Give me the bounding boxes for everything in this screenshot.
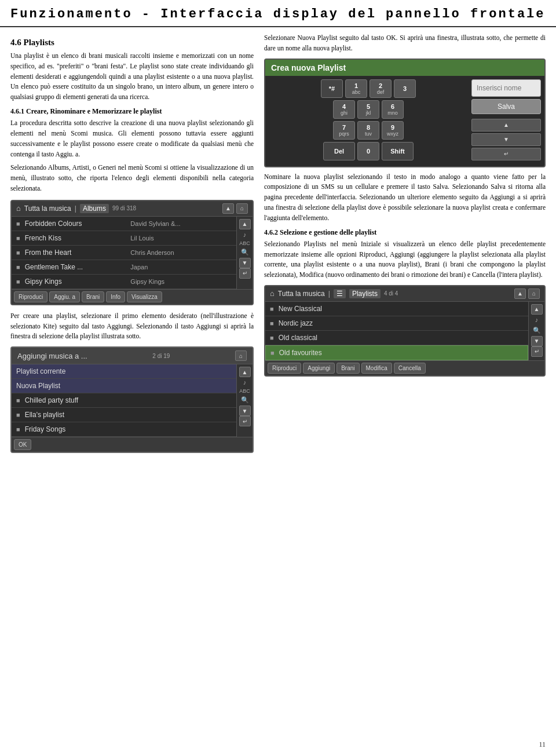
sidebar-up[interactable]: ▲ xyxy=(239,219,251,229)
item-title: Gipsy Kings xyxy=(25,277,126,286)
music-note-icon: ♪ xyxy=(243,229,247,240)
aggiungi-list: Playlist corrente Nuova Playlist ■ Chill… xyxy=(12,364,236,437)
subsection-462-title: 4.6.2 Selezione e gestione delle playlis… xyxy=(264,228,546,237)
keyboard-panel: Crea nuova Playlist *# 1 abc 2 xyxy=(264,59,546,167)
key-0[interactable]: 0 xyxy=(357,142,379,160)
albums-panel-header: ⌂ Tutta la musica | Albums 99 di 318 ▲ ⌂ xyxy=(12,201,253,217)
table-row[interactable]: ■ Old classical xyxy=(265,331,528,345)
playlists-header-title: ⌂ Tutta la musica | ☰ Playlists 4 di 4 xyxy=(270,289,398,298)
right-top-para: Selezionare Nuova Playlist seguito dal t… xyxy=(264,33,546,54)
sidebar-enter[interactable]: ↵ xyxy=(239,416,251,426)
sidebar-enter[interactable]: ↵ xyxy=(531,346,543,357)
key-hash[interactable]: *# xyxy=(321,79,343,98)
table-row[interactable]: ■ Nordic jazz xyxy=(265,316,528,331)
table-row[interactable]: ■ From the Heart Chris Anderson xyxy=(12,246,236,260)
sidebar-down[interactable]: ▼ xyxy=(239,406,251,416)
aggiungi-btn[interactable]: Aggiu. a xyxy=(49,291,80,302)
nav-up-btn[interactable]: ▲ xyxy=(222,203,234,214)
item-title: Ella's playlist xyxy=(25,411,232,419)
item-icon: ■ xyxy=(16,264,20,271)
section-462-para: Selezionando Playlists nel menù Iniziale… xyxy=(264,239,546,280)
table-row[interactable]: ■ Old favourites xyxy=(265,345,528,360)
list-item[interactable]: ■ Chilled party stuff xyxy=(12,393,236,408)
ok-btn[interactable]: OK xyxy=(14,439,31,450)
music-icon: ♪ xyxy=(243,377,247,388)
key-1[interactable]: 1 abc xyxy=(345,79,367,98)
table-row[interactable]: ■ French Kiss Lil Louis xyxy=(12,231,236,246)
list-item[interactable]: Nuova Playlist xyxy=(12,379,236,393)
key-7[interactable]: 7 pqrs xyxy=(333,121,355,140)
playlists-sidebar: ▲ ♪ 🔍 ▼ ↵ xyxy=(528,302,544,360)
aggiungi-count: 2 di 19 xyxy=(152,353,170,359)
search-icon[interactable]: 🔍 xyxy=(533,325,541,336)
home-icon[interactable]: ⌂ xyxy=(270,289,275,298)
item-icon: ■ xyxy=(16,397,20,404)
key-5[interactable]: 5 jkl xyxy=(357,100,379,119)
riproduci-btn[interactable]: Riproduci xyxy=(14,291,47,302)
visualizza-btn[interactable]: Visualizza xyxy=(127,291,162,302)
key-6[interactable]: 6 mno xyxy=(382,100,404,119)
keyboard-right-panel: Salva ▲ ▼ ↵ xyxy=(471,79,541,163)
key-9[interactable]: 9 wxyz xyxy=(382,121,404,140)
table-row[interactable]: ■ New Classical xyxy=(265,302,528,316)
list-item[interactable]: ■ Ella's playlist xyxy=(12,408,236,422)
table-row[interactable]: ■ Gentlemen Take ... Japan xyxy=(12,260,236,275)
item-title: Friday Songs xyxy=(25,425,232,433)
search-icon[interactable]: 🔍 xyxy=(241,395,249,406)
key-4[interactable]: 4 ghi xyxy=(333,100,355,119)
key-row-1: *# 1 abc 2 def 3 xyxy=(269,79,468,98)
playlists-header-left: Tutta la musica xyxy=(278,290,325,298)
section-46-title: 4.6 Playlists xyxy=(10,38,254,48)
nav-up-btn[interactable]: ▲ xyxy=(514,288,526,299)
page-title: Funzionamento - Interfaccia display del … xyxy=(10,7,546,21)
cancella-pl-btn[interactable]: Cancella xyxy=(394,363,426,374)
playlists-section-label: Playlists xyxy=(349,289,381,298)
home-btn[interactable]: ⌂ xyxy=(236,203,248,214)
save-button[interactable]: Salva xyxy=(471,99,541,114)
key-row-3: 7 pqrs 8 tuv 9 wxyz xyxy=(269,121,468,140)
list-item[interactable]: ■ Friday Songs xyxy=(12,422,236,437)
albums-content: ■ Forbidden Colours David Sylvian &... ■… xyxy=(12,217,253,289)
modifica-pl-btn[interactable]: Modifica xyxy=(361,363,392,374)
item-icon: ■ xyxy=(270,320,274,327)
key-3[interactable]: 3 xyxy=(394,79,416,98)
info-btn[interactable]: Info xyxy=(106,291,125,302)
key-del[interactable]: Del xyxy=(323,142,355,160)
albums-list: ■ Forbidden Colours David Sylvian &... ■… xyxy=(12,217,236,289)
sidebar-enter[interactable]: ↵ xyxy=(239,268,251,279)
aggiungi-pl-btn[interactable]: Aggiungi xyxy=(303,363,335,374)
home-btn[interactable]: ⌂ xyxy=(528,288,540,299)
nav-enter[interactable]: ↵ xyxy=(471,148,541,160)
table-row[interactable]: ■ Forbidden Colours David Sylvian &... xyxy=(12,217,236,231)
key-2[interactable]: 2 def xyxy=(370,79,392,98)
sidebar-down[interactable]: ▼ xyxy=(239,258,251,268)
section-46-para1: Una playlist è un elenco di brani musica… xyxy=(10,51,254,103)
key-8[interactable]: 8 tuv xyxy=(357,121,379,140)
item-icon: ■ xyxy=(270,305,274,312)
key-shift[interactable]: Shift xyxy=(382,142,414,160)
sidebar-down[interactable]: ▼ xyxy=(531,336,543,346)
playlists-content: ■ New Classical ■ Nordic jazz ■ Old clas… xyxy=(265,302,544,360)
aggiungi-home-icon[interactable]: ⌂ xyxy=(235,350,247,361)
riproduci-pl-btn[interactable]: Riproduci xyxy=(268,363,301,374)
brani-pl-btn[interactable]: Brani xyxy=(336,363,359,374)
search-icon[interactable]: 🔍 xyxy=(241,247,249,258)
item-icon: ■ xyxy=(16,278,20,285)
item-title: Chilled party stuff xyxy=(25,396,232,404)
subsection-461-title: 4.6.1 Creare, Rinominare e Memorizzare l… xyxy=(10,107,254,116)
item-title: From the Heart xyxy=(25,249,126,257)
item-subtitle: Lil Louis xyxy=(130,235,232,242)
item-icon: ■ xyxy=(270,349,275,356)
nav-down[interactable]: ▼ xyxy=(471,133,541,146)
sidebar-up[interactable]: ▲ xyxy=(239,367,251,377)
brani-btn[interactable]: Brani xyxy=(82,291,104,302)
sidebar-up[interactable]: ▲ xyxy=(531,304,543,315)
home-icon[interactable]: ⌂ xyxy=(16,204,21,213)
playlist-name-input[interactable] xyxy=(471,79,541,97)
table-row[interactable]: ■ Gipsy Kings Gipsy Kings xyxy=(12,275,236,289)
list-item[interactable]: Playlist corrente xyxy=(12,364,236,379)
keyboard-keys: *# 1 abc 2 def 3 xyxy=(269,79,468,163)
item-icon: ■ xyxy=(16,249,20,256)
item-subtitle: Chris Anderson xyxy=(130,249,232,256)
nav-up[interactable]: ▲ xyxy=(471,119,541,132)
